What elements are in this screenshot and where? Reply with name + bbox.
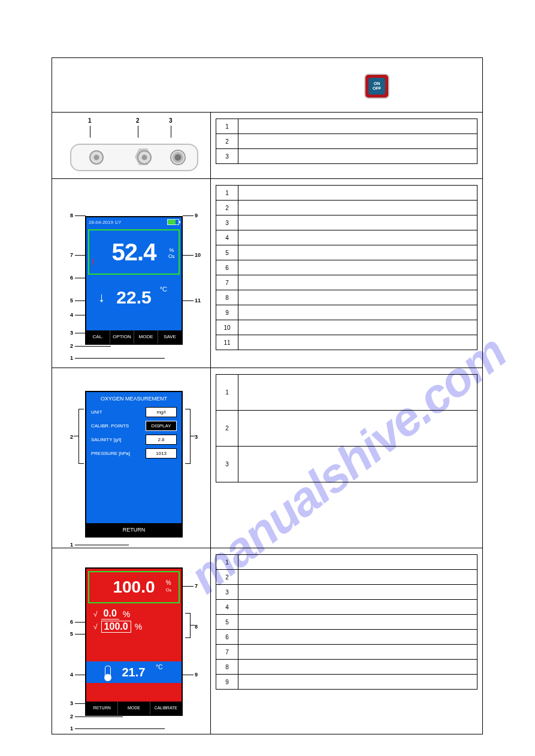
oxygen-title: OXYGEN MEASUREMENT: [86, 392, 182, 405]
lead4-2: 2: [70, 714, 73, 719]
connector-label-1: 1: [88, 117, 92, 124]
document-sheet: ON OFF 1 2 3 1: [52, 57, 483, 734]
lead-1: 1: [70, 355, 73, 361]
oxygen-table: 1 2 3: [216, 374, 477, 482]
status-date: 28-04-2019 1/7: [89, 220, 121, 225]
header-row: ON OFF: [52, 58, 482, 113]
check-icon-2: √: [93, 623, 98, 631]
cal-line2-unit: %: [135, 622, 142, 631]
row-connectors: 1 2 3 1 2 3: [52, 113, 482, 179]
lead4-1: 1: [70, 725, 73, 731]
connector-label-2: 2: [136, 117, 140, 124]
connector-panel: [70, 144, 198, 171]
cal-line1-unit: %: [123, 609, 130, 619]
calibration-table: 1 2 3 4 5 6 7 8 9: [216, 554, 477, 690]
port-3-icon: [170, 150, 186, 165]
lead4-4: 4: [70, 672, 73, 678]
mode-button[interactable]: MODE: [134, 330, 158, 344]
lead-7: 7: [70, 252, 73, 258]
lead3-2: 2: [70, 434, 73, 440]
cal-top-value: 100.0: [113, 578, 155, 597]
salinity-label: SALINITY [g/l]: [91, 437, 122, 442]
cal-temp-unit: °C: [156, 664, 162, 670]
on-label: ON: [374, 81, 380, 86]
cal-line2-value: 100.0: [101, 621, 131, 633]
lead3-3: 3: [195, 434, 198, 440]
salinity-field[interactable]: 2.8: [146, 435, 177, 445]
thermometer-icon: [105, 666, 111, 679]
port-2-icon: [137, 150, 152, 165]
temperature-value: 22.5: [116, 287, 151, 308]
connector-label-3: 3: [169, 117, 173, 124]
lead-11: 11: [195, 297, 201, 303]
return-button[interactable]: RETURN: [86, 523, 182, 536]
lead-8: 8: [70, 212, 73, 218]
cal-button[interactable]: CAL.: [86, 330, 110, 344]
unit-label: UNIT: [91, 409, 102, 415]
cal-temp-value: 21.7: [122, 666, 145, 679]
temperature-unit: °C: [160, 286, 167, 293]
pressure-field[interactable]: 1013: [146, 448, 177, 459]
lead-9: 9: [195, 212, 198, 218]
option-button[interactable]: OPTION: [110, 330, 134, 344]
lead-3: 3: [70, 330, 73, 336]
lead-4: 4: [70, 312, 73, 318]
pressure-label: PRESSURE [hPa]: [91, 451, 130, 456]
calibrate-button[interactable]: CALIBRATE: [150, 702, 182, 715]
port-1-icon: [89, 150, 104, 165]
cal-top-unit: %O₂: [166, 579, 171, 593]
mode-button-2[interactable]: MODE: [118, 702, 150, 715]
measurement-table: 1 2 3 4 5 6 7 8 9 10 11: [216, 185, 477, 350]
lead-10: 10: [195, 252, 201, 258]
row-measurement: 8 7 6 5 4 3 2 1 9 10 11: [52, 179, 482, 368]
return-button-2[interactable]: RETURN: [86, 702, 118, 715]
unit-field[interactable]: mg/l: [146, 407, 177, 417]
connectors-table: 1 2 3: [216, 119, 477, 164]
lead-6: 6: [70, 275, 73, 281]
row-calibration: 6 5 4 3 2 1 7 8 9: [52, 548, 482, 734]
lead4-5: 5: [70, 631, 73, 637]
alert-icon: !: [92, 258, 94, 266]
main-value-box: ! 52.4 %O₂: [88, 229, 180, 275]
calpoints-field[interactable]: DISPLAY: [146, 421, 177, 431]
off-label: OFF: [373, 86, 381, 91]
main-value: 52.4: [112, 240, 156, 264]
lead-2: 2: [70, 343, 73, 349]
lead3-1: 1: [70, 542, 73, 548]
device-screen-measure: 28-04-2019 1/7 ! 52.4 %O₂ ↓ 22.5 °C: [85, 216, 183, 345]
save-button[interactable]: SAVE: [158, 330, 182, 344]
lead4-8: 8: [195, 624, 198, 630]
device-screen-oxygen: OXYGEN MEASUREMENT UNIT mg/l CALIBR. POI…: [85, 391, 183, 538]
arrow-down-icon: ↓: [98, 290, 105, 305]
main-unit: %O₂: [168, 247, 175, 259]
check-icon-1: √: [93, 610, 98, 618]
device-screen-calibration: 100.0 %O₂ √ 0.0 % √ 100.0 %: [85, 567, 183, 716]
lead4-3: 3: [70, 700, 73, 706]
lead4-7: 7: [195, 583, 198, 589]
lead4-6: 6: [70, 619, 73, 625]
lead-5: 5: [70, 297, 73, 303]
on-off-button[interactable]: ON OFF: [364, 74, 389, 99]
row-oxygen-settings: 1 2 3 OXYGEN MEASUREMENT UNIT mg/l CALIB…: [52, 368, 482, 548]
cal-line1-value: 0.0: [101, 608, 119, 620]
calpoints-label: CALIBR. POINTS: [91, 423, 129, 429]
lead4-9: 9: [195, 672, 198, 678]
battery-icon: [167, 219, 179, 225]
